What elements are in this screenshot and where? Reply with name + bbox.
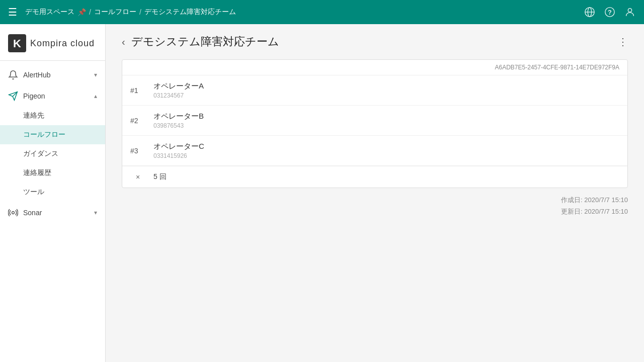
operator-name-1: オペレーターA (153, 81, 619, 91)
operator-row-1: #1 オペレーターA 031234567 (122, 75, 627, 106)
sidebar-item-contacts[interactable]: 連絡先 (0, 106, 105, 125)
nav-section-sonar: Sonar ▾ (0, 203, 105, 223)
svg-text:K: K (13, 37, 21, 50)
operator-phone-3: 0331415926 (153, 152, 619, 159)
svg-point-8 (12, 212, 15, 214)
timestamps: 作成日: 2020/7/7 15:10 更新日: 2020/7/7 15:10 (122, 194, 628, 218)
globe-icon[interactable] (584, 6, 596, 18)
back-button[interactable]: ‹ (122, 36, 125, 48)
breadcrumb-space[interactable]: デモ用スペース (25, 8, 74, 17)
operator-name-3: オペレーターC (153, 142, 619, 151)
topnav-icons: ? (584, 6, 636, 18)
nav-section-alerthub: AlertHub ▾ (0, 65, 105, 85)
operator-phone-1: 031234567 (153, 92, 619, 99)
operator-row-3: #3 オペレーターC 0331415926 (122, 136, 627, 166)
svg-point-5 (628, 9, 631, 12)
operator-num-1: #1 (130, 86, 145, 95)
breadcrumb-sep1: 📌 (77, 8, 86, 16)
sidebar-item-pigeon-label: Pigeon (23, 92, 89, 100)
operator-name-2: オペレーターB (153, 112, 619, 121)
sidebar-item-alerthub-label: AlertHub (23, 71, 89, 79)
pigeon-chevron-icon: ▴ (94, 93, 97, 100)
sidebar-item-guidance-label: ガイダンス (23, 149, 58, 158)
breadcrumb-sep3: / (139, 8, 141, 16)
uuid-row: A6ADB7E5-2457-4CFE-9871-14E7DE972F9A (122, 60, 627, 75)
breadcrumb-current: デモシステム障害対応チーム (144, 8, 236, 17)
breadcrumb-sep2: / (89, 8, 91, 16)
repeat-symbol: × (130, 173, 145, 181)
operator-num-2: #2 (130, 117, 145, 125)
sidebar-item-tools[interactable]: ツール (0, 183, 105, 202)
main-layout: K Kompira cloud AlertHub ▾ (0, 24, 644, 362)
content-area: ‹ デモシステム障害対応チーム ⋮ A6ADB7E5-2457-4CFE-987… (106, 24, 644, 362)
user-icon[interactable] (624, 6, 636, 18)
sidebar-item-sonar[interactable]: Sonar ▾ (0, 203, 105, 223)
operator-phone-2: 039876543 (153, 122, 619, 129)
operator-info-3: オペレーターC 0331415926 (153, 142, 619, 159)
operator-row-2: #2 オペレーターB 039876543 (122, 106, 627, 136)
alerthub-icon (8, 70, 18, 80)
sidebar-item-tools-label: ツール (23, 188, 44, 197)
sidebar-item-history-label: 連絡履歴 (23, 168, 51, 177)
updated-timestamp: 更新日: 2020/7/7 15:10 (122, 206, 628, 217)
sidebar-item-sonar-label: Sonar (23, 209, 89, 217)
operator-num-3: #3 (130, 147, 145, 155)
alerthub-chevron-icon: ▾ (94, 71, 97, 78)
help-icon[interactable]: ? (604, 6, 616, 18)
hamburger-icon[interactable]: ☰ (8, 6, 17, 18)
sidebar-item-history[interactable]: 連絡履歴 (0, 163, 105, 183)
svg-text:?: ? (608, 9, 612, 16)
operator-info-2: オペレーターB 039876543 (153, 112, 619, 129)
logo-text: Kompira cloud (30, 38, 95, 49)
sidebar-item-alerthub[interactable]: AlertHub ▾ (0, 65, 105, 85)
pigeon-icon (8, 91, 18, 101)
topnav: ☰ デモ用スペース 📌 / コールフロー / デモシステム障害対応チーム ? (0, 0, 644, 24)
sonar-chevron-icon: ▾ (94, 209, 97, 216)
sidebar-nav: AlertHub ▾ Pigeon ▴ 連絡先 コールフロー (0, 61, 105, 362)
sidebar-item-callflow-label: コールフロー (23, 130, 65, 139)
repeat-row: × 5 回 (122, 166, 627, 188)
sidebar-logo: K Kompira cloud (0, 24, 105, 61)
breadcrumb: デモ用スペース 📌 / コールフロー / デモシステム障害対応チーム (25, 8, 584, 17)
callflow-card: A6ADB7E5-2457-4CFE-9871-14E7DE972F9A #1 … (122, 59, 628, 188)
sidebar-item-pigeon[interactable]: Pigeon ▴ (0, 86, 105, 106)
content-header: ‹ デモシステム障害対応チーム ⋮ (122, 34, 628, 49)
repeat-value: 5 回 (153, 172, 167, 182)
more-options-button[interactable]: ⋮ (618, 36, 628, 48)
created-timestamp: 作成日: 2020/7/7 15:10 (122, 194, 628, 206)
sonar-icon (8, 208, 18, 218)
nav-section-pigeon: Pigeon ▴ 連絡先 コールフロー ガイダンス 連絡履歴 ツール (0, 86, 105, 202)
breadcrumb-callflow[interactable]: コールフロー (94, 8, 136, 17)
sidebar: K Kompira cloud AlertHub ▾ (0, 24, 106, 362)
uuid-value: A6ADB7E5-2457-4CFE-9871-14E7DE972F9A (495, 64, 619, 71)
sidebar-item-guidance[interactable]: ガイダンス (0, 144, 105, 163)
operator-info-1: オペレーターA 031234567 (153, 81, 619, 99)
page-title: デモシステム障害対応チーム (131, 34, 618, 49)
sidebar-item-contacts-label: 連絡先 (23, 111, 44, 120)
logo-mark-icon: K (8, 34, 26, 52)
sidebar-item-callflow[interactable]: コールフロー (0, 125, 105, 144)
